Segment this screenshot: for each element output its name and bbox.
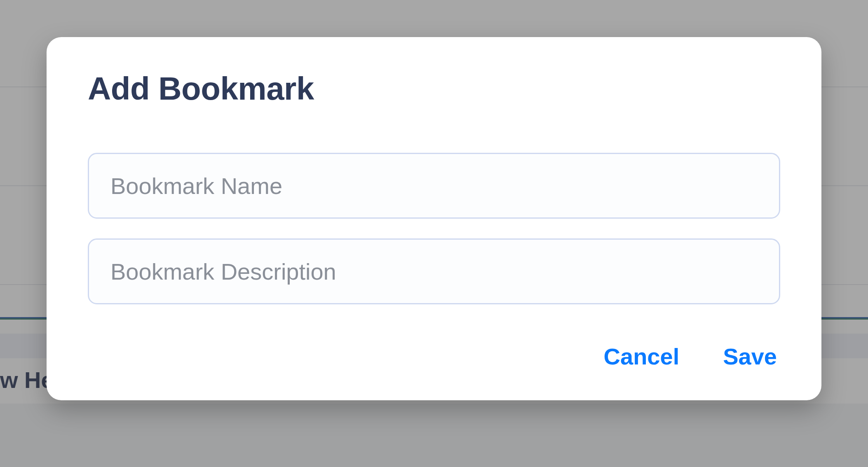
add-bookmark-modal: Add Bookmark Cancel Save (47, 37, 821, 400)
modal-actions: Cancel Save (88, 341, 780, 371)
modal-overlay: Add Bookmark Cancel Save (0, 0, 868, 467)
bookmark-name-input[interactable] (88, 153, 780, 219)
cancel-button[interactable]: Cancel (601, 341, 683, 371)
bookmark-description-input[interactable] (88, 238, 780, 304)
modal-title: Add Bookmark (88, 70, 780, 107)
save-button[interactable]: Save (720, 341, 780, 371)
